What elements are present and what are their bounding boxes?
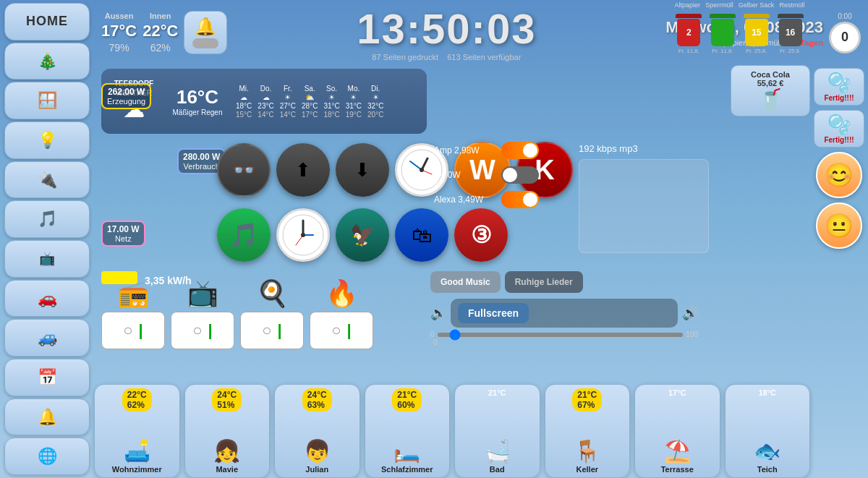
schlafzimmer-label: Schlafzimmer bbox=[381, 465, 433, 474]
windows-icon: 🪟 bbox=[38, 91, 57, 110]
room-julian[interactable]: 24°C 63% 👦 Julian bbox=[274, 384, 360, 478]
shopping-button[interactable]: 🛍 bbox=[395, 208, 448, 262]
forecast-mo: Mo. ☀ 31°C 19°C bbox=[346, 85, 362, 119]
tv-toggle[interactable] bbox=[501, 166, 539, 184]
vol-high-icon[interactable]: 🔊 bbox=[682, 305, 698, 321]
upload-button[interactable]: ⬆ bbox=[276, 143, 330, 197]
sidebar-item-power[interactable]: 🔌 bbox=[4, 161, 90, 199]
julian-icon: 👦 bbox=[304, 438, 331, 464]
glasses-button[interactable]: 👓 bbox=[217, 143, 271, 197]
sidebar-item-tv-device[interactable]: 📺 bbox=[4, 240, 90, 278]
gelber-bin[interactable]: 15 Fr. 25.8. bbox=[741, 13, 772, 54]
channel3-button[interactable]: ③ bbox=[454, 208, 508, 262]
bell-toggle[interactable] bbox=[192, 38, 218, 48]
bird-button[interactable]: 🦅 bbox=[336, 208, 389, 262]
sidebar-item-car2[interactable]: 🚙 bbox=[4, 319, 90, 357]
sidebar-item-globe[interactable]: 🌐 bbox=[4, 438, 90, 475]
car1-icon: 🚗 bbox=[38, 289, 57, 308]
room-keller[interactable]: 21°C 67% 🪑 Keller bbox=[545, 384, 631, 478]
power-icon: 🔌 bbox=[38, 171, 57, 189]
bell-widget[interactable]: 🔔 bbox=[184, 11, 227, 54]
fullscreen-button[interactable]: Fullscreen bbox=[458, 303, 529, 323]
vol-max-label: 100 bbox=[686, 330, 698, 338]
mavie-label: Mavie bbox=[216, 465, 238, 474]
sidebar-item-bell[interactable]: 🔔 bbox=[4, 398, 90, 436]
teich-temp: 18°C bbox=[758, 388, 776, 397]
room-terrasse[interactable]: 17°C ⛱️ Terrasse bbox=[634, 384, 720, 478]
altpapier-bin[interactable]: 2 Fr. 11.8. bbox=[673, 13, 704, 54]
good-music-button[interactable]: Good Music bbox=[430, 271, 501, 293]
room-wohnzimmer[interactable]: 22°C 62% 🛋️ Wohnzimmer bbox=[94, 384, 180, 478]
bell-icon: 🔔 bbox=[38, 408, 57, 427]
stove-appliance: 🍳 ○ | bbox=[240, 278, 304, 349]
avatar-2[interactable]: 😐 bbox=[816, 202, 862, 249]
restmull-bin[interactable]: 16 Fr. 25.8. bbox=[775, 13, 806, 54]
forecast-6-icon: ☀ bbox=[373, 93, 379, 101]
sperrmull-date: Fr. 11.8. bbox=[712, 48, 733, 54]
coca-cola-icon: 🥤 bbox=[736, 88, 805, 111]
room-schlafzimmer[interactable]: 21°C 60% 🛏️ Schlafzimmer bbox=[365, 384, 451, 478]
room-teich[interactable]: 18°C 🐟 Teich bbox=[725, 384, 811, 478]
forecast-6-low: 20°C bbox=[367, 111, 383, 119]
bad-icon: 🛁 bbox=[484, 438, 511, 464]
timer-number: 0 bbox=[841, 30, 848, 45]
home-button[interactable]: HOME bbox=[4, 3, 90, 40]
timer-area: 0:00 0 bbox=[829, 12, 861, 54]
tv-on-icon: | bbox=[208, 321, 213, 340]
avatar-1[interactable]: 😊 bbox=[816, 152, 862, 198]
wohnzimmer-humidity: 62% bbox=[127, 400, 147, 410]
ruhige-lieder-button[interactable]: Ruhige Lieder bbox=[505, 271, 583, 293]
spotify-button[interactable]: 🎵 bbox=[217, 208, 271, 262]
fullscreen-vol-area: Fullscreen bbox=[451, 299, 678, 328]
glasses-icon: 👓 bbox=[232, 159, 255, 182]
stove-toggle-btn[interactable]: ○ | bbox=[240, 312, 304, 349]
sidebar-item-car1[interactable]: 🚗 bbox=[4, 280, 90, 317]
stove-icon: 🍳 bbox=[256, 278, 289, 309]
keller-icon: 🪑 bbox=[574, 438, 600, 464]
tv-toggle-btn[interactable]: ○ | bbox=[171, 312, 234, 349]
radio-on-icon: | bbox=[139, 321, 143, 340]
weather-forecast: Mi. ☁ 18°C 15°C Do. ☁ 23°C 14°C Fr. ☀ 27… bbox=[236, 85, 420, 119]
sidebar-item-calendar[interactable]: 📅 bbox=[4, 359, 90, 396]
washer-2-icon: 🫧 bbox=[817, 114, 861, 136]
inside-label: Innen bbox=[150, 12, 171, 20]
keller-temp: 21°C 67% bbox=[572, 388, 602, 411]
washer-1[interactable]: 🫧 Fertig!!!! bbox=[814, 68, 864, 106]
radio-toggle-btn[interactable]: ○ | bbox=[101, 312, 165, 349]
sperrmull-label: Sperrmüll bbox=[705, 1, 733, 9]
forecast-5-high: 31°C bbox=[346, 102, 362, 110]
restmull-date: Fr. 25.8. bbox=[780, 48, 801, 54]
radio-off-icon: ○ bbox=[123, 321, 132, 340]
restmull-label: Restmüll bbox=[779, 1, 804, 9]
volume-slider[interactable] bbox=[438, 333, 684, 337]
vol-low-icon[interactable]: 🔈 bbox=[430, 305, 446, 321]
bird-icon: 🦅 bbox=[350, 223, 375, 247]
wohnzimmer-temp-val: 22°C bbox=[127, 390, 147, 400]
sidebar-item-windows[interactable]: 🪟 bbox=[4, 82, 90, 119]
alexa-toggle[interactable] bbox=[501, 191, 539, 208]
julian-label: Julian bbox=[305, 465, 328, 474]
timer-circle[interactable]: 0 bbox=[829, 22, 861, 54]
forecast-4-day: So. bbox=[326, 85, 337, 93]
amp-toggle[interactable] bbox=[501, 142, 539, 159]
sidebar-item-spotify[interactable]: 🎵 bbox=[4, 200, 90, 238]
room-bad[interactable]: 21°C 🛁 Bad bbox=[454, 384, 540, 478]
download-button[interactable]: ⬇ bbox=[336, 143, 389, 197]
washer-2[interactable]: 🫧 Fertig!!!! bbox=[814, 110, 864, 148]
sidebar-item-lights[interactable]: 💡 bbox=[4, 121, 90, 159]
sperrmull-bin[interactable]: Fr. 11.8. bbox=[707, 13, 738, 54]
clock2-button[interactable] bbox=[276, 208, 330, 262]
sidebar-item-christmas[interactable]: 🎄 bbox=[4, 43, 90, 80]
room-mavie[interactable]: 24°C 51% 👧 Mavie bbox=[184, 384, 271, 478]
down-arrow-icon: ⬇ bbox=[354, 159, 370, 182]
forecast-1-day: Do. bbox=[260, 85, 272, 93]
coca-cola-widget[interactable]: Coca Cola 55,62 € 🥤 bbox=[731, 65, 810, 116]
channel3-icon: ③ bbox=[471, 221, 492, 249]
oven-toggle-btn[interactable]: ○ | bbox=[310, 312, 373, 349]
device-toggles: Amp 2,98W TV 0W Alexa 3,49W bbox=[434, 142, 571, 215]
gelber-sack-label: Gelber Sack bbox=[739, 1, 775, 9]
teich-icon: 🐟 bbox=[754, 438, 780, 464]
forecast-1-low: 14°C bbox=[258, 111, 273, 119]
alexa-row: Alexa 3,49W bbox=[434, 191, 571, 208]
forecast-6-day: Di. bbox=[371, 85, 380, 93]
